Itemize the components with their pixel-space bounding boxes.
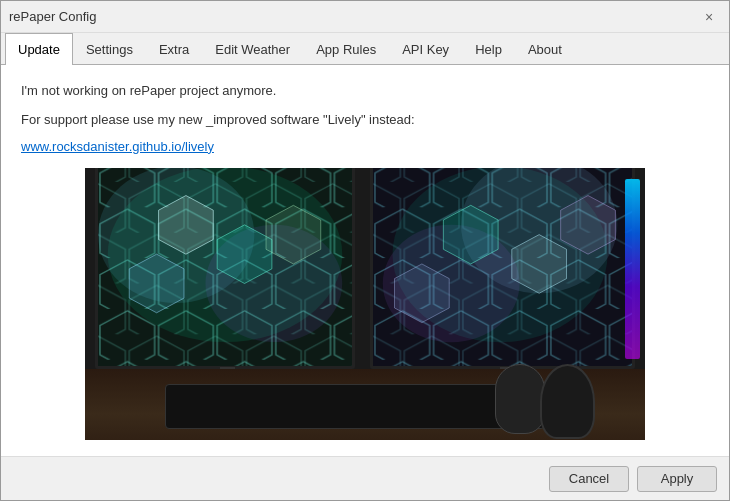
message-line1: I'm not working on rePaper project anymo… [21, 81, 709, 102]
rgb-tower [625, 179, 640, 359]
cancel-button[interactable]: Cancel [549, 466, 629, 492]
message-line2: For support please use my new _improved … [21, 110, 709, 131]
lively-link[interactable]: www.rocksdanister.github.io/lively [21, 139, 709, 154]
wallpaper-right [373, 168, 632, 366]
content-area: I'm not working on rePaper project anymo… [1, 65, 729, 456]
tab-update[interactable]: Update [5, 33, 73, 65]
monitor-left [95, 168, 355, 369]
mouse [495, 364, 545, 434]
tab-api-key[interactable]: API Key [389, 33, 462, 65]
headphones [540, 364, 595, 439]
apply-button[interactable]: Apply [637, 466, 717, 492]
keyboard [165, 384, 545, 429]
tab-edit-weather[interactable]: Edit Weather [202, 33, 303, 65]
tab-about[interactable]: About [515, 33, 575, 65]
title-bar: rePaper Config × [1, 1, 729, 33]
tab-bar: Update Settings Extra Edit Weather App R… [1, 33, 729, 65]
wallpaper-left [98, 168, 352, 366]
image-container [21, 168, 709, 440]
footer: Cancel Apply [1, 456, 729, 500]
desktop-screenshot [85, 168, 645, 440]
tab-settings[interactable]: Settings [73, 33, 146, 65]
close-button[interactable]: × [697, 5, 721, 29]
desk-scene [85, 168, 645, 440]
tab-extra[interactable]: Extra [146, 33, 202, 65]
tab-help[interactable]: Help [462, 33, 515, 65]
main-window: rePaper Config × Update Settings Extra E… [0, 0, 730, 501]
window-title: rePaper Config [9, 9, 96, 24]
monitor-right [370, 168, 635, 369]
tab-app-rules[interactable]: App Rules [303, 33, 389, 65]
